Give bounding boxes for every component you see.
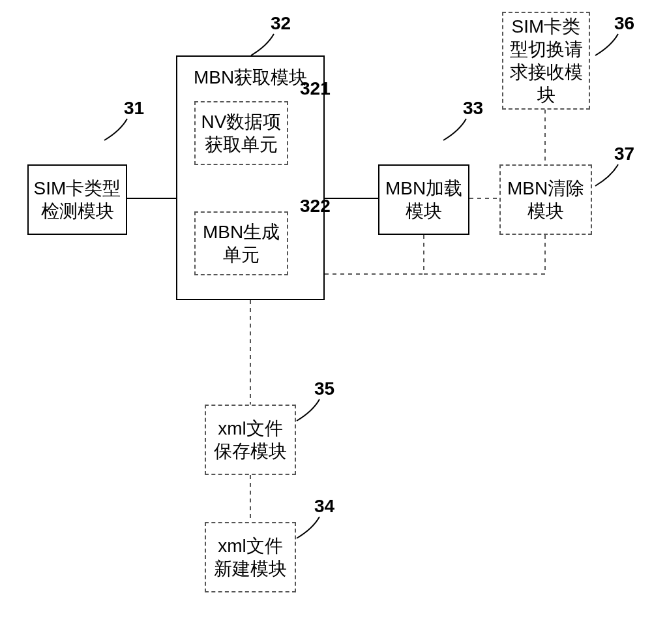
box-xml-new: xml文件新建模块 (205, 522, 296, 592)
box-mbn-load: MBN加载模块 (378, 164, 469, 235)
leader-321: 321 (300, 78, 331, 99)
box-mbn-gen-unit: MBN生成单元 (194, 211, 288, 275)
box-mbn-gen-unit-label: MBN生成单元 (203, 221, 280, 266)
leader-32: 32 (271, 13, 291, 34)
box-mbn-load-label: MBN加载模块 (385, 177, 462, 222)
leader-31: 31 (124, 98, 144, 119)
box-sim-switch-req-label: SIM卡类型切换请求接收模块 (510, 15, 583, 106)
box-xml-save: xml文件保存模块 (205, 405, 296, 475)
leader-36: 36 (614, 13, 634, 34)
box-sim-switch-req: SIM卡类型切换请求接收模块 (502, 12, 590, 110)
box-sim-type-detect: SIM卡类型检测模块 (27, 164, 127, 235)
leader-37: 37 (614, 144, 634, 164)
leader-34: 34 (314, 496, 334, 517)
leader-322: 322 (300, 196, 331, 217)
box-mbn-clear-label: MBN清除模块 (507, 177, 584, 222)
box-mbn-clear: MBN清除模块 (499, 164, 592, 235)
leader-33: 33 (463, 98, 483, 119)
diagram-canvas: SIM卡类型检测模块 31 MBN获取模块 32 NV数据项获取单元 321 M… (0, 0, 652, 644)
box-xml-new-label: xml文件新建模块 (214, 534, 287, 580)
box-sim-type-detect-label: SIM卡类型检测模块 (34, 177, 121, 222)
box-xml-save-label: xml文件保存模块 (214, 417, 287, 463)
box-nv-data-unit: NV数据项获取单元 (194, 101, 288, 165)
leader-35: 35 (314, 378, 334, 399)
box-nv-data-unit-label: NV数据项获取单元 (201, 110, 282, 156)
